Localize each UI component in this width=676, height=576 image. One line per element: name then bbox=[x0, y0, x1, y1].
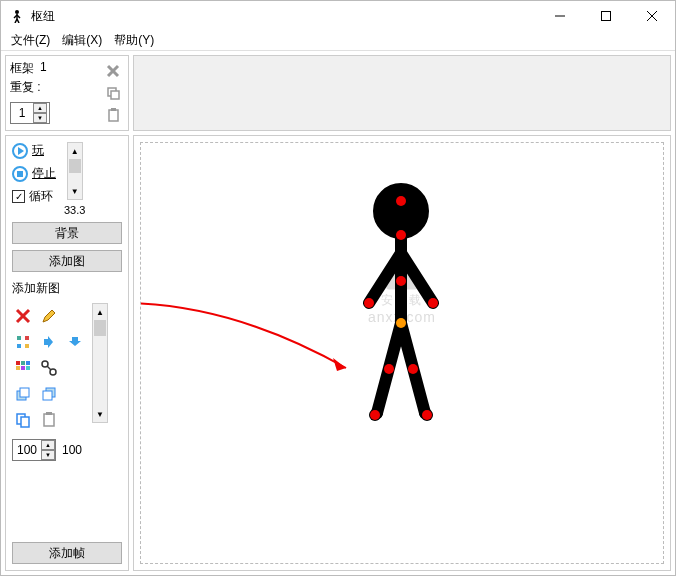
svg-rect-7 bbox=[602, 12, 611, 21]
menu-edit[interactable]: 编辑(X) bbox=[56, 32, 108, 49]
svg-rect-23 bbox=[17, 336, 21, 340]
loop-label: 循环 bbox=[29, 188, 53, 205]
opacity-field[interactable] bbox=[13, 440, 41, 460]
frame-number: 1 bbox=[40, 60, 47, 77]
edit-tool-icon[interactable] bbox=[38, 305, 60, 327]
svg-rect-31 bbox=[21, 366, 25, 370]
opacity-down[interactable]: ▼ bbox=[41, 450, 55, 460]
join-tool-icon[interactable] bbox=[38, 357, 60, 379]
menu-file[interactable]: 文件(Z) bbox=[5, 32, 56, 49]
svg-rect-41 bbox=[21, 417, 29, 427]
repeat-label: 重复 : bbox=[10, 79, 50, 96]
add-figure-button[interactable]: 添加图 bbox=[12, 250, 122, 272]
play-label: 玩 bbox=[32, 142, 44, 159]
svg-rect-13 bbox=[111, 91, 119, 99]
raise-tool-icon[interactable] bbox=[12, 383, 34, 405]
flip-tool-icon[interactable] bbox=[38, 331, 60, 353]
svg-point-57 bbox=[396, 230, 406, 240]
opacity-input[interactable]: ▲ ▼ bbox=[12, 439, 56, 461]
window-title: 枢纽 bbox=[31, 8, 537, 25]
svg-point-61 bbox=[384, 364, 394, 374]
svg-rect-26 bbox=[25, 344, 29, 348]
annotation-arrow bbox=[140, 293, 371, 393]
repeat-field[interactable] bbox=[11, 106, 33, 120]
svg-line-35 bbox=[47, 366, 51, 370]
close-button[interactable] bbox=[629, 1, 675, 31]
svg-rect-19 bbox=[17, 171, 23, 177]
svg-rect-29 bbox=[26, 361, 30, 365]
titlebar: 枢纽 bbox=[1, 1, 675, 31]
timeline-panel[interactable] bbox=[133, 55, 671, 131]
stop-button[interactable]: 停止 bbox=[12, 165, 56, 182]
svg-rect-27 bbox=[16, 361, 20, 365]
loop-checkbox[interactable]: ✓ 循环 bbox=[12, 188, 56, 205]
svg-rect-28 bbox=[21, 361, 25, 365]
svg-rect-43 bbox=[46, 412, 52, 415]
canvas-panel: 安下载 anxz.com bbox=[133, 135, 671, 571]
svg-point-63 bbox=[370, 410, 380, 420]
svg-point-0 bbox=[15, 10, 19, 14]
side-panel: 玩 停止 ✓ 循环 ▲ bbox=[5, 135, 129, 571]
maximize-button[interactable] bbox=[583, 1, 629, 31]
svg-rect-37 bbox=[20, 388, 29, 397]
repeat-input[interactable]: ▲ ▼ bbox=[10, 102, 50, 124]
svg-rect-15 bbox=[111, 108, 116, 111]
svg-rect-32 bbox=[26, 366, 30, 370]
canvas[interactable]: 安下载 anxz.com bbox=[140, 142, 664, 564]
svg-rect-42 bbox=[44, 414, 54, 426]
copy-tool-icon[interactable] bbox=[12, 409, 34, 431]
fps-value: 33.3 bbox=[64, 204, 85, 216]
delete-tool-icon[interactable] bbox=[12, 305, 34, 327]
opacity-label: 100 bbox=[62, 443, 82, 457]
svg-point-64 bbox=[422, 410, 432, 420]
stop-label: 停止 bbox=[32, 165, 56, 182]
svg-rect-24 bbox=[25, 336, 29, 340]
menubar: 文件(Z) 编辑(X) 帮助(Y) bbox=[1, 31, 675, 51]
scale-down-icon[interactable]: ▼ bbox=[93, 406, 107, 422]
scale-up-icon[interactable]: ▲ bbox=[93, 304, 107, 320]
paste-tool-icon[interactable] bbox=[38, 409, 60, 431]
repeat-up[interactable]: ▲ bbox=[33, 103, 47, 113]
fps-slider[interactable]: ▲ ▼ bbox=[67, 142, 83, 200]
background-button[interactable]: 背景 bbox=[12, 222, 122, 244]
frame-panel: 框架 1 重复 : ▲ ▼ bbox=[5, 55, 129, 131]
svg-marker-22 bbox=[43, 310, 55, 322]
add-new-figure-label: 添加新图 bbox=[12, 280, 122, 297]
svg-rect-39 bbox=[43, 391, 52, 400]
slider-up-icon[interactable]: ▲ bbox=[68, 143, 82, 159]
color-tool-icon[interactable] bbox=[12, 357, 34, 379]
slider-down-icon[interactable]: ▼ bbox=[68, 183, 82, 199]
flip-v-tool-icon[interactable] bbox=[64, 331, 86, 353]
lower-tool-icon[interactable] bbox=[38, 383, 60, 405]
svg-rect-14 bbox=[109, 110, 118, 121]
paste-frame-icon[interactable] bbox=[104, 106, 122, 124]
svg-point-58 bbox=[396, 276, 406, 286]
copy-frame-icon[interactable] bbox=[104, 84, 122, 102]
svg-point-62 bbox=[408, 364, 418, 374]
menu-help[interactable]: 帮助(Y) bbox=[108, 32, 160, 49]
center-tool-icon[interactable] bbox=[12, 331, 34, 353]
svg-marker-17 bbox=[18, 147, 24, 155]
app-icon bbox=[9, 8, 25, 24]
repeat-down[interactable]: ▼ bbox=[33, 113, 47, 123]
svg-point-65 bbox=[396, 318, 406, 328]
tool-palette bbox=[12, 303, 86, 433]
svg-line-5 bbox=[17, 19, 19, 23]
svg-point-56 bbox=[396, 196, 406, 206]
svg-point-59 bbox=[364, 298, 374, 308]
svg-point-60 bbox=[428, 298, 438, 308]
loop-check-icon: ✓ bbox=[12, 190, 25, 203]
svg-rect-25 bbox=[17, 344, 21, 348]
play-button[interactable]: 玩 bbox=[12, 142, 56, 159]
scale-slider[interactable]: ▲ ▼ bbox=[92, 303, 108, 423]
opacity-up[interactable]: ▲ bbox=[41, 440, 55, 450]
stick-figure[interactable] bbox=[341, 183, 461, 443]
add-frame-button[interactable]: 添加帧 bbox=[12, 542, 122, 564]
svg-rect-30 bbox=[16, 366, 20, 370]
minimize-button[interactable] bbox=[537, 1, 583, 31]
delete-frame-icon[interactable] bbox=[104, 62, 122, 80]
frame-label: 框架 bbox=[10, 60, 34, 77]
